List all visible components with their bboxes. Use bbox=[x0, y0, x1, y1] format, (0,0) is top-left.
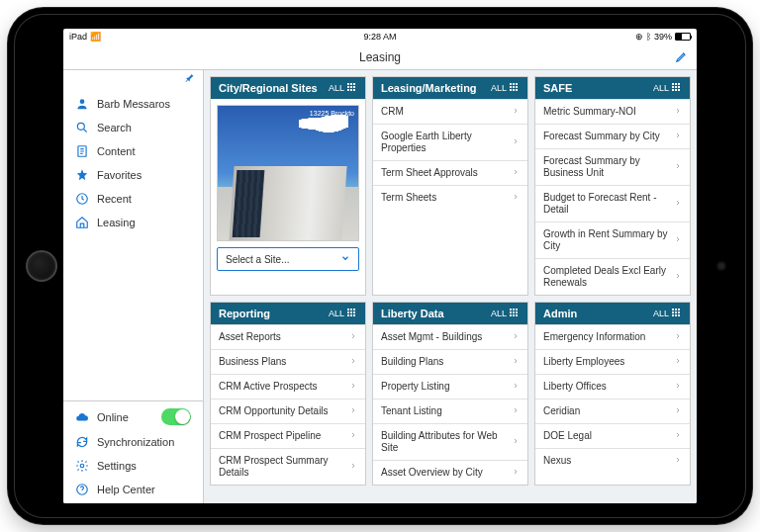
gear-icon bbox=[75, 459, 89, 473]
chevron-right-icon bbox=[512, 136, 520, 148]
list-item[interactable]: Forecast Summary by City bbox=[535, 124, 690, 148]
sidebar-item-leasing[interactable]: Leasing bbox=[63, 211, 203, 234]
list-item-label: Tenant Listing bbox=[381, 405, 442, 417]
list-item-label: Liberty Employees bbox=[543, 356, 624, 368]
all-button[interactable]: ALL bbox=[329, 309, 357, 318]
site-select[interactable]: Select a Site... bbox=[217, 247, 359, 271]
grid-icon bbox=[347, 309, 357, 318]
list-item[interactable]: Emergency Information bbox=[535, 324, 690, 349]
battery-percent: 39% bbox=[654, 32, 672, 42]
list-item-label: Building Attributes for Web Site bbox=[381, 430, 512, 454]
grid-icon bbox=[510, 83, 520, 93]
list-item[interactable]: Property Listing bbox=[373, 374, 527, 399]
list-item[interactable]: Google Earth Liberty Properties bbox=[373, 124, 527, 160]
tile-grid: City/Regional SitesALL 13225 BrocktoSele… bbox=[204, 70, 697, 503]
list-item[interactable]: Forecast Summary by Business Unit bbox=[535, 148, 690, 185]
list-item[interactable]: Business Plans bbox=[211, 349, 365, 374]
tile-title: Admin bbox=[543, 308, 577, 319]
sidebar-item-online[interactable]: Online bbox=[63, 403, 203, 430]
battery-icon bbox=[675, 33, 691, 41]
list-item[interactable]: CRM Opportunity Details bbox=[211, 399, 365, 423]
grid-icon bbox=[672, 309, 682, 318]
help-icon bbox=[75, 483, 89, 496]
list-item[interactable]: Liberty Employees bbox=[535, 349, 690, 374]
all-button[interactable]: ALL bbox=[653, 83, 682, 93]
chevron-right-icon bbox=[512, 381, 520, 393]
list-item[interactable]: Budget to Forecast Rent - Detail bbox=[535, 185, 690, 222]
chevron-right-icon bbox=[674, 234, 682, 246]
edit-icon[interactable] bbox=[675, 49, 689, 66]
tile-reporting: ReportingALL Asset ReportsBusiness Plans… bbox=[210, 302, 366, 486]
all-button[interactable]: ALL bbox=[653, 309, 682, 318]
list-item[interactable]: Term Sheets bbox=[373, 185, 527, 210]
sidebar-item-help-center[interactable]: Help Center bbox=[63, 478, 203, 501]
list-item-label: Metric Summary-NOI bbox=[543, 106, 636, 118]
all-button[interactable]: ALL bbox=[329, 83, 357, 93]
list-item[interactable]: Liberty Offices bbox=[535, 374, 690, 399]
image-caption: 13225 Brockto bbox=[310, 110, 354, 117]
sidebar-item-barb-messaros[interactable]: Barb Messaros bbox=[63, 92, 203, 116]
list-item[interactable]: CRM Prospect Pipeline bbox=[211, 423, 365, 448]
sidebar-item-search[interactable]: Search bbox=[63, 116, 203, 139]
list-item[interactable]: CRM Active Prospects bbox=[211, 374, 365, 399]
sidebar-item-synchronization[interactable]: Synchronization bbox=[63, 430, 203, 454]
list-item-label: Nexus bbox=[543, 455, 571, 467]
sidebar-item-label: Leasing bbox=[97, 217, 136, 228]
list-item[interactable]: CRM Prospect Summary Details bbox=[211, 448, 365, 485]
chevron-right-icon bbox=[674, 161, 682, 173]
chevron-right-icon bbox=[674, 405, 682, 417]
list-item[interactable]: Completed Deals Excl Early Renewals bbox=[535, 258, 690, 295]
list-item[interactable]: Term Sheet Approvals bbox=[373, 160, 527, 185]
tile-admin: AdminALL Emergency InformationLiberty Em… bbox=[534, 302, 691, 486]
front-camera bbox=[718, 263, 724, 269]
site-thumbnail[interactable]: 13225 Brockto bbox=[217, 105, 359, 241]
sidebar-item-label: Settings bbox=[97, 460, 137, 472]
sidebar-item-content[interactable]: Content bbox=[63, 139, 203, 163]
list-item[interactable]: Metric Summary-NOI bbox=[535, 99, 690, 124]
tile-title: SAFE bbox=[543, 82, 572, 94]
tile-title: Reporting bbox=[219, 308, 270, 319]
all-button[interactable]: ALL bbox=[491, 83, 520, 93]
star-icon bbox=[75, 168, 89, 182]
list-item-label: Business Plans bbox=[219, 356, 286, 368]
list-item[interactable]: Asset Mgmt - Buildings bbox=[373, 324, 527, 349]
list-item[interactable]: Building Plans bbox=[373, 349, 527, 374]
list-item[interactable]: Nexus bbox=[535, 448, 690, 473]
chevron-right-icon bbox=[674, 131, 682, 142]
page-title: Leasing bbox=[359, 50, 401, 64]
list-item[interactable]: DOE Legal bbox=[535, 423, 690, 448]
tile-header: ReportingALL bbox=[211, 303, 365, 324]
chevron-right-icon bbox=[349, 381, 357, 393]
chevron-right-icon bbox=[512, 331, 520, 343]
all-button[interactable]: ALL bbox=[491, 309, 520, 318]
tile-header: City/Regional SitesALL bbox=[211, 77, 365, 99]
sidebar-item-favorites[interactable]: Favorites bbox=[63, 163, 203, 187]
pin-button[interactable] bbox=[63, 70, 203, 90]
list-item-label: Asset Mgmt - Buildings bbox=[381, 331, 482, 343]
chevron-right-icon bbox=[674, 356, 682, 368]
home-button[interactable] bbox=[26, 250, 57, 282]
list-item[interactable]: Growth in Rent Summary by City bbox=[535, 222, 690, 258]
list-item-label: Google Earth Liberty Properties bbox=[381, 131, 512, 154]
list-item-label: Ceridian bbox=[543, 405, 580, 417]
sidebar-item-label: Content bbox=[97, 145, 136, 157]
tile-header: SAFEALL bbox=[535, 77, 690, 99]
online-toggle[interactable] bbox=[161, 408, 191, 425]
list-item-label: Term Sheets bbox=[381, 192, 436, 204]
chevron-right-icon bbox=[512, 436, 520, 448]
list-item[interactable]: Building Attributes for Web Site bbox=[373, 423, 527, 460]
list-item[interactable]: CRM bbox=[373, 99, 527, 124]
tile-header: Liberty DataALL bbox=[373, 303, 527, 324]
sidebar: Barb MessarosSearchContentFavoritesRecen… bbox=[63, 70, 204, 503]
sidebar-item-label: Barb Messaros bbox=[97, 98, 170, 110]
chevron-right-icon bbox=[674, 198, 682, 210]
sync-icon bbox=[75, 435, 89, 449]
sidebar-item-settings[interactable]: Settings bbox=[63, 454, 203, 478]
list-item[interactable]: Asset Reports bbox=[211, 324, 365, 349]
grid-icon bbox=[347, 83, 357, 93]
list-item[interactable]: Ceridian bbox=[535, 399, 690, 423]
sidebar-item-recent[interactable]: Recent bbox=[63, 187, 203, 211]
list-item[interactable]: Asset Overview by City bbox=[373, 460, 527, 485]
list-item[interactable]: Tenant Listing bbox=[373, 399, 527, 423]
chevron-right-icon bbox=[674, 455, 682, 467]
